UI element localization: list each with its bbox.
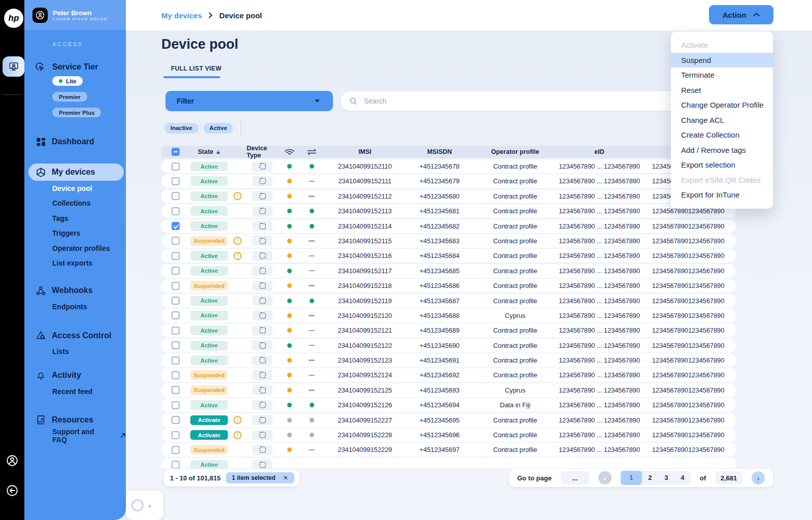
page-button-3[interactable]: 3 (658, 471, 674, 485)
table-row[interactable]: Suspended 234104099152124 +4512345692 Co… (161, 368, 736, 382)
tab-full-list-view[interactable]: FULL LIST VIEW (171, 65, 221, 72)
table-row[interactable]: Active 234104099152119 +4512345687 Contr… (161, 294, 736, 308)
row-checkbox[interactable] (172, 431, 180, 439)
sidebar-subitem-triggers[interactable]: Triggers (24, 226, 126, 241)
tier-pill-lite[interactable]: Lite (52, 76, 83, 86)
table-row[interactable]: Active 234104099152121 +4512345689 Contr… (161, 323, 736, 337)
logout-icon[interactable] (6, 484, 19, 497)
page-button-4[interactable]: 4 (674, 471, 691, 485)
row-checkbox[interactable] (172, 162, 180, 171)
menu-item-reset[interactable]: Reset (671, 83, 773, 98)
row-checkbox[interactable] (172, 446, 180, 454)
table-row[interactable]: Active (161, 458, 736, 468)
eid-value: 1234567890 ... 1234567890 (558, 371, 640, 379)
action-button[interactable]: Action (709, 5, 773, 24)
menu-item-add-remove-tags[interactable]: Add / Remove tags (671, 143, 773, 158)
previous-page-button[interactable]: ‹ (598, 471, 612, 484)
rail-device-management-item[interactable] (3, 56, 24, 77)
table-row[interactable]: Active 234104099152112 +4512345680 Contr… (161, 189, 736, 203)
menu-item-terminate[interactable]: Terminate (671, 68, 773, 83)
sidebar-nav: DashboardMy devicesDevice poolCollection… (24, 133, 126, 443)
menu-item-create-collection[interactable]: Create Collection (671, 127, 773, 143)
sidebar-item-access-control[interactable]: Access Control (24, 327, 126, 344)
row-checkbox[interactable] (172, 267, 180, 275)
filter-chip-active[interactable]: Active (204, 123, 233, 134)
menu-item-change-operator-profile[interactable]: Change Operator Profile (671, 98, 773, 113)
tier-pill-premier-plus[interactable]: Premier Plus (52, 108, 101, 117)
row-checkbox[interactable] (172, 401, 180, 409)
sidebar-item-webhooks[interactable]: Webhooks (24, 282, 126, 299)
row-checkbox[interactable] (172, 461, 180, 468)
tier-pill-premier[interactable]: Premier (52, 92, 87, 102)
sidebar-subitem-recent-feed[interactable]: Recent feed (24, 384, 126, 399)
clear-selection-icon[interactable]: ✕ (283, 474, 288, 481)
menu-item-suspend[interactable]: Suspend (671, 53, 773, 68)
row-checkbox[interactable] (172, 341, 180, 349)
table-row[interactable]: Active 234104099152113 +4512345681 Contr… (161, 204, 736, 218)
sidebar-item-my-devices[interactable]: My devices (28, 164, 124, 181)
table-row[interactable]: Active 234104099152126 +4512345694 Data … (161, 398, 736, 412)
msisdn-value: +4512345679 (407, 177, 472, 185)
user-card[interactable]: Peter Brown LOREM IPSUM DOLOR (24, 0, 126, 30)
table-row[interactable]: Suspended 234104099152115 +4512345683 Co… (161, 234, 736, 248)
row-checkbox[interactable] (172, 416, 180, 424)
table-row[interactable]: Active 234104099152120 +4512345688 Cypru… (161, 309, 736, 322)
table-row[interactable]: Active 234104099152111 +4512345679 Contr… (161, 174, 736, 188)
sidebar-subitem-operator-profiles[interactable]: Operator profiles (24, 241, 126, 256)
sidebar-item-activity[interactable]: Activity (24, 367, 126, 384)
row-checkbox[interactable] (172, 356, 180, 365)
person-icon (35, 10, 45, 20)
sidebar-subitem-tags[interactable]: Tags (24, 211, 126, 226)
table-row[interactable]: Activate 234104099152228 +4512345696 Con… (161, 428, 736, 442)
row-checkbox[interactable] (172, 192, 180, 200)
collapsed-help-widget[interactable]: › (126, 491, 163, 520)
table-row[interactable]: Active 234104099152117 +4512345685 Contr… (161, 264, 736, 278)
table-row[interactable]: Suspended 234104099152118 +4512345686 Co… (161, 279, 736, 292)
sort-icon (216, 150, 220, 154)
filter-dropdown[interactable]: Filter (165, 91, 333, 111)
table-row[interactable]: Active 234104099152114 +4512345682 Contr… (161, 219, 736, 233)
sidebar-subitem-device-pool[interactable]: Device pool (24, 181, 126, 196)
sidebar-subitem-endpoints[interactable]: Endpoints (24, 299, 126, 314)
service-tier-item[interactable]: Service Tier (35, 61, 98, 73)
sidebar-item-resources[interactable]: Resources (24, 411, 126, 429)
menu-item-export-for-intune[interactable]: Export for InTune (671, 187, 773, 203)
row-checkbox[interactable] (172, 237, 180, 245)
table-row[interactable]: Active 234104099152122 +4512345690 Contr… (161, 339, 736, 352)
row-checkbox[interactable] (172, 222, 180, 230)
operator-profile-value: Contract profile (472, 267, 558, 275)
select-all-checkbox[interactable] (172, 148, 180, 156)
row-checkbox[interactable] (172, 177, 180, 185)
row-checkbox[interactable] (172, 297, 180, 305)
menu-item-export-selection[interactable]: Export selection (671, 157, 773, 173)
table-row[interactable]: Activate 234104099152227 +4512345695 Con… (161, 413, 736, 427)
row-checkbox[interactable] (172, 282, 180, 290)
sidebar-subitem-list-exports[interactable]: List exports (24, 256, 126, 271)
page-button-1[interactable]: 1 (621, 471, 642, 485)
profile-icon[interactable] (6, 454, 19, 467)
next-page-button[interactable]: › (752, 471, 765, 484)
sidebar-subitem-lists[interactable]: Lists (24, 344, 126, 360)
state-badge: Activate (190, 430, 228, 440)
row-checkbox[interactable] (172, 252, 180, 260)
page-input[interactable]: ... (561, 471, 589, 484)
row-checkbox[interactable] (172, 371, 180, 379)
breadcrumb-parent-link[interactable]: My devices (161, 11, 202, 20)
table-row[interactable]: Active 234104099152123 +4512345691 Contr… (161, 353, 736, 367)
table-row[interactable]: Active 234104099152116 +4512345684 Contr… (161, 249, 736, 263)
column-header-state[interactable]: State (190, 148, 228, 155)
row-checkbox[interactable] (172, 386, 180, 394)
sidebar-subitem-collections[interactable]: Collections (24, 196, 126, 211)
page-button-2[interactable]: 2 (642, 471, 658, 485)
row-checkbox[interactable] (172, 311, 180, 319)
imsi-value: 234104099152120 (323, 312, 407, 319)
table-row[interactable]: Suspended 234104099152229 +4512345697 Co… (161, 443, 736, 457)
row-checkbox[interactable] (172, 207, 180, 215)
row-checkbox[interactable] (172, 327, 180, 335)
menu-item-change-acl[interactable]: Change ACL (671, 113, 773, 128)
sidebar-subitem-support-and-faq[interactable]: Support and FAQ (24, 429, 126, 444)
table-row[interactable]: Suspended 234104099152125 +4512345693 Cy… (161, 383, 736, 397)
filter-chip-inactive[interactable]: Inactive (164, 123, 198, 134)
table-row[interactable]: Active 234104099152110 +4512345678 Contr… (161, 159, 736, 173)
sidebar-item-dashboard[interactable]: Dashboard (24, 133, 126, 150)
